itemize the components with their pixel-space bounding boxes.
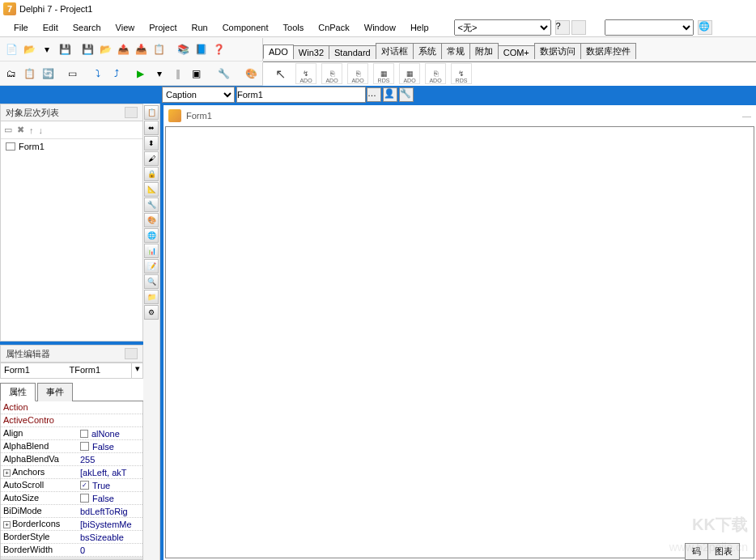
ado-table[interactable]: ▦RDS bbox=[373, 63, 394, 84]
prop-row-BorderIcons[interactable]: +BorderIcons[biSystemMe bbox=[1, 518, 142, 531]
menu-file[interactable]: File bbox=[6, 20, 36, 35]
property-value-input[interactable] bbox=[236, 87, 366, 103]
open-project-button[interactable]: 📂 bbox=[97, 41, 113, 57]
object-tree[interactable]: ▭ ✖ ↑ ↓ Form1 bbox=[0, 121, 143, 342]
speed-combo-1[interactable]: <无> bbox=[454, 19, 551, 36]
prop-row-Align[interactable]: AlignalNone bbox=[1, 427, 142, 440]
tool1-button[interactable]: 🔧 bbox=[215, 66, 231, 82]
prop-row-Anchors[interactable]: +Anchors[akLeft, akT bbox=[1, 466, 142, 479]
ado-connection[interactable]: ↯ADO bbox=[295, 63, 316, 84]
vtb-5[interactable]: 🔒 bbox=[144, 167, 159, 181]
prop-row-AutoScroll[interactable]: AutoScroll✓True bbox=[1, 479, 142, 492]
form-designer-titlebar[interactable]: Form1 — bbox=[164, 105, 756, 126]
vtb-9[interactable]: 🌐 bbox=[144, 228, 159, 243]
tree-delete-icon[interactable]: ✖ bbox=[17, 125, 24, 135]
vtb-6[interactable]: 📐 bbox=[144, 182, 159, 197]
menu-help[interactable]: Help bbox=[403, 20, 436, 35]
pause-button[interactable]: ‖ bbox=[170, 66, 186, 82]
trace-into-button[interactable]: ⤵ bbox=[90, 66, 106, 82]
tree-new-icon[interactable]: ▭ bbox=[4, 125, 12, 135]
toolbar-globe-icon[interactable]: 🌐 bbox=[698, 20, 712, 35]
new-button[interactable]: 📄 bbox=[3, 41, 19, 57]
menu-edit[interactable]: Edit bbox=[36, 20, 66, 35]
help-question-icon[interactable]: ❓ bbox=[210, 41, 227, 57]
vtb-3[interactable]: ⬍ bbox=[144, 136, 159, 151]
speed-combo-2[interactable] bbox=[605, 19, 694, 36]
view-unit-button[interactable]: 🗂 bbox=[3, 66, 19, 82]
palette-tab-对话框[interactable]: 对话框 bbox=[376, 43, 414, 59]
palette-tab-Standard[interactable]: Standard bbox=[329, 45, 376, 59]
tree-down-icon[interactable]: ↓ bbox=[39, 125, 44, 135]
menu-search[interactable]: Search bbox=[66, 20, 108, 35]
palette-tab-数据访问[interactable]: 数据访问 bbox=[534, 43, 581, 59]
view-form-button[interactable]: 📋 bbox=[151, 41, 167, 57]
save-button[interactable]: 💾 bbox=[57, 41, 73, 57]
step-over-button[interactable]: ⤴ bbox=[108, 66, 125, 82]
add-button[interactable]: 📥 bbox=[133, 41, 149, 57]
menu-view[interactable]: View bbox=[108, 20, 142, 35]
obj-action-1-icon[interactable]: … bbox=[367, 87, 381, 102]
menu-project[interactable]: Project bbox=[142, 20, 184, 35]
prop-row-BiDiMode[interactable]: BiDiModebdLeftToRig bbox=[1, 505, 142, 518]
minimize-icon[interactable]: — bbox=[742, 111, 751, 121]
menu-run[interactable]: Run bbox=[184, 20, 214, 35]
stop-button[interactable]: ▣ bbox=[189, 66, 205, 82]
toolbar-help-icon[interactable]: ? bbox=[555, 20, 570, 35]
rds-connection[interactable]: ↯RDS bbox=[451, 63, 472, 84]
toolbar-printer-icon[interactable] bbox=[571, 20, 586, 35]
prop-row-Action[interactable]: Action bbox=[1, 401, 142, 414]
menu-component[interactable]: Component bbox=[215, 20, 276, 35]
remove-button[interactable]: 📤 bbox=[115, 41, 131, 57]
prop-row-BorderStyle[interactable]: BorderStylebsSizeable bbox=[1, 531, 142, 544]
tool2-button[interactable]: 🎨 bbox=[243, 66, 259, 82]
open-dropdown[interactable]: ▾ bbox=[39, 41, 55, 57]
prop-row-Caption[interactable]: CaptionForm1 bbox=[1, 557, 142, 560]
tree-item-form1[interactable]: Form1 bbox=[1, 139, 142, 154]
menu-tools[interactable]: Tools bbox=[276, 20, 312, 35]
vtb-4[interactable]: 🖌 bbox=[144, 151, 159, 166]
property-selector[interactable]: Caption bbox=[162, 87, 235, 103]
palette-tab-常规[interactable]: 常规 bbox=[441, 43, 470, 59]
palette-tab-系统[interactable]: 系统 bbox=[413, 43, 442, 59]
vtb-2[interactable]: ⬌ bbox=[144, 121, 159, 135]
palette-tab-附加[interactable]: 附加 bbox=[469, 43, 499, 59]
tab-chart[interactable]: 图表 bbox=[707, 543, 740, 560]
prop-row-AutoSize[interactable]: AutoSizeFalse bbox=[1, 492, 142, 505]
oi-object-selector[interactable]: Form1 TForm1 ▾ bbox=[0, 363, 143, 379]
prop-row-ActiveContro[interactable]: ActiveContro bbox=[1, 414, 142, 427]
panel-collapse-button[interactable] bbox=[125, 107, 138, 118]
vtb-7[interactable]: 🔧 bbox=[144, 197, 159, 212]
tab-code[interactable]: 码 bbox=[685, 543, 708, 560]
run-dropdown[interactable]: ▾ bbox=[151, 66, 168, 82]
save-all-button[interactable]: 💾 bbox=[79, 41, 96, 57]
ado-dataset[interactable]: ⎘ADO bbox=[347, 63, 368, 84]
vtb-13[interactable]: 📁 bbox=[144, 290, 159, 304]
tree-up-icon[interactable]: ↑ bbox=[29, 125, 34, 135]
obj-action-3-icon[interactable]: 🔧 bbox=[399, 87, 414, 102]
property-list[interactable]: ActionActiveControAlignalNoneAlphaBlendF… bbox=[0, 401, 143, 560]
ado-command[interactable]: ⎘ADO bbox=[321, 63, 342, 84]
form-canvas[interactable] bbox=[165, 126, 754, 558]
menu-window[interactable]: Window bbox=[357, 20, 403, 35]
palette-tab-数据库控件[interactable]: 数据库控件 bbox=[580, 43, 636, 59]
ado-stored-proc[interactable]: ⎘ADO bbox=[425, 63, 446, 84]
view-form2-button[interactable]: 📋 bbox=[22, 66, 38, 82]
menu-cnpack[interactable]: CnPack bbox=[311, 20, 357, 35]
vtb-1[interactable]: 📋 bbox=[144, 105, 159, 120]
oi-tab-properties[interactable]: 属性 bbox=[0, 383, 36, 401]
vtb-12[interactable]: 🔍 bbox=[144, 274, 159, 289]
palette-tab-Win32[interactable]: Win32 bbox=[293, 45, 329, 59]
oi-collapse-button[interactable] bbox=[125, 348, 138, 359]
open-button[interactable]: 📂 bbox=[21, 41, 37, 57]
prop-row-BorderWidth[interactable]: BorderWidth0 bbox=[1, 544, 142, 557]
vtb-14[interactable]: ⚙ bbox=[144, 305, 159, 320]
palette-arrow[interactable]: ↖ bbox=[270, 63, 291, 84]
toggle-button[interactable]: 🔄 bbox=[40, 66, 57, 82]
prop-row-AlphaBlend[interactable]: AlphaBlendFalse bbox=[1, 440, 142, 453]
obj-action-2-icon[interactable]: 👤 bbox=[383, 87, 397, 102]
vtb-11[interactable]: 📝 bbox=[144, 259, 159, 274]
prop-row-AlphaBlendVa[interactable]: AlphaBlendVa255 bbox=[1, 453, 142, 466]
ado-query[interactable]: ▦ADO bbox=[399, 63, 420, 84]
palette-tab-COM+[interactable]: COM+ bbox=[498, 45, 535, 59]
vtb-8[interactable]: 🎨 bbox=[144, 213, 159, 227]
